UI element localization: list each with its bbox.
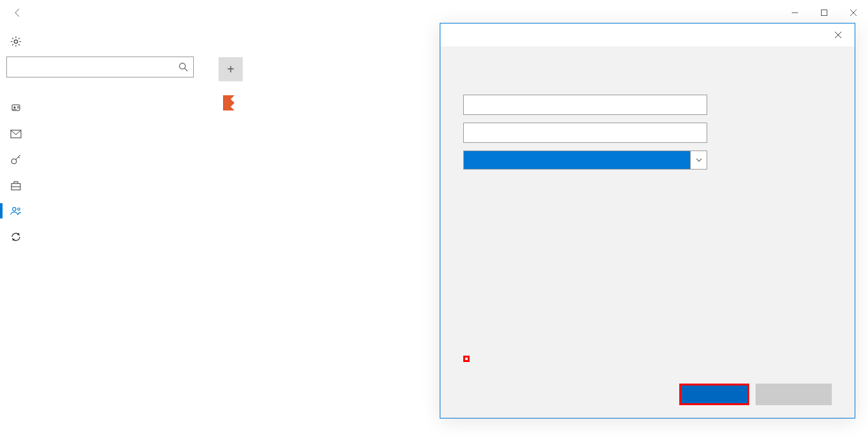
home-nav[interactable] xyxy=(6,30,197,57)
sidebar-item-family[interactable] xyxy=(6,198,197,224)
titlebar xyxy=(0,0,868,25)
search-input[interactable] xyxy=(12,62,179,72)
chevron-down-icon xyxy=(690,151,707,169)
svg-point-8 xyxy=(13,208,16,211)
svg-point-1 xyxy=(14,40,17,43)
briefcase-icon xyxy=(10,180,22,191)
window-controls xyxy=(780,3,868,23)
sync-icon xyxy=(10,231,22,243)
search-box[interactable] xyxy=(6,57,194,77)
no-ms-account-highlight xyxy=(463,356,470,362)
dialog-footer xyxy=(463,349,832,405)
back-button[interactable] xyxy=(5,0,31,25)
sidebar-item-sync[interactable] xyxy=(6,224,197,250)
dialog-close-button[interactable] xyxy=(824,25,852,44)
sidebar-item-work[interactable] xyxy=(6,173,197,198)
create-account-dialog xyxy=(440,23,855,419)
sidebar-item-email[interactable] xyxy=(6,122,197,146)
admin-badge-icon xyxy=(219,93,239,113)
email-field[interactable] xyxy=(463,95,707,115)
minimize-button[interactable] xyxy=(780,3,810,23)
maximize-button[interactable] xyxy=(810,3,839,23)
country-select[interactable] xyxy=(463,151,707,170)
svg-point-9 xyxy=(18,208,20,211)
svg-rect-0 xyxy=(822,10,827,16)
password-field[interactable] xyxy=(463,123,707,143)
people-icon xyxy=(10,206,22,216)
sidebar-section xyxy=(6,77,197,95)
next-button[interactable] xyxy=(679,384,749,405)
back-button[interactable] xyxy=(756,384,832,405)
sidebar-item-signin[interactable] xyxy=(6,146,197,173)
mail-icon xyxy=(10,130,22,138)
close-button[interactable] xyxy=(839,3,868,23)
svg-point-4 xyxy=(14,107,16,109)
gear-icon xyxy=(10,36,22,48)
person-icon xyxy=(10,103,22,114)
sidebar xyxy=(6,30,197,250)
dialog-body xyxy=(440,46,855,182)
sidebar-item-your-info[interactable] xyxy=(6,95,197,122)
key-icon xyxy=(10,154,22,165)
dialog-button-row xyxy=(463,384,832,405)
svg-point-6 xyxy=(11,159,17,164)
search-icon xyxy=(179,62,188,72)
dialog-titlebar xyxy=(440,23,855,46)
svg-point-2 xyxy=(179,63,185,69)
plus-icon: + xyxy=(219,57,243,81)
